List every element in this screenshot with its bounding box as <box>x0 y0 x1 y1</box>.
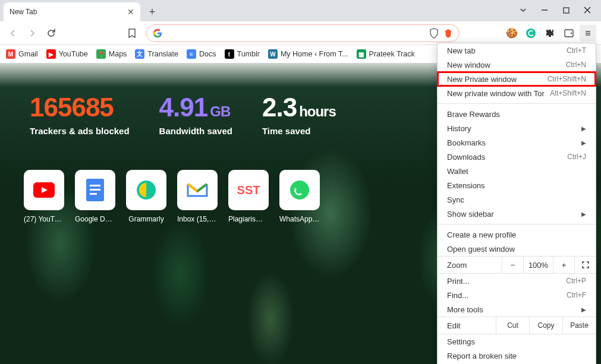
reload-button[interactable] <box>43 25 59 42</box>
bookmark-favicon: 文 <box>135 49 144 59</box>
top-site-tile[interactable]: SSTPlagiarism ... <box>228 170 269 223</box>
paste-button[interactable]: Paste <box>562 317 596 334</box>
cut-button[interactable]: Cut <box>496 317 529 334</box>
bookmark-favicon: W <box>268 49 278 59</box>
menu-new-window[interactable]: New windowCtrl+N <box>438 58 596 72</box>
menu-wallet[interactable]: Wallet <box>438 164 596 178</box>
top-site-tile[interactable]: WhatsApp ... <box>279 170 320 223</box>
bookmark-label: Gmail <box>18 50 38 58</box>
bookmark-item[interactable]: ▦Prateek Track <box>357 49 415 59</box>
tile-label: WhatsApp ... <box>279 215 320 223</box>
back-button[interactable] <box>5 25 21 42</box>
window-controls <box>509 0 601 20</box>
menu-history[interactable]: History▶ <box>438 121 596 135</box>
bookmark-item[interactable]: tTumblr <box>225 49 260 59</box>
menu-new-private-window[interactable]: New Private windowCtrl+Shift+N <box>438 72 596 86</box>
menu-separator <box>438 103 596 104</box>
menu-separator <box>438 224 596 224</box>
bookmark-item[interactable]: ▶YouTube <box>46 49 88 59</box>
top-site-tile[interactable]: Google Docs <box>75 170 115 223</box>
stat-time-label: Time saved <box>262 126 336 136</box>
brave-shields-icon[interactable] <box>429 28 439 39</box>
maximize-button[interactable] <box>561 5 571 15</box>
menu-more-tools[interactable]: More tools▶ <box>438 302 596 316</box>
bookmark-favicon: t <box>225 49 234 59</box>
svg-rect-12 <box>90 193 97 195</box>
tile-label: Google Docs <box>75 215 115 223</box>
stat-time-value: 2.3hours <box>262 93 336 122</box>
chevron-down-icon[interactable] <box>518 5 528 15</box>
stat-trackers-value: 165685 <box>30 93 130 122</box>
bookmark-item[interactable]: 文Translate <box>135 49 178 59</box>
svg-point-2 <box>526 29 536 38</box>
menu-extensions[interactable]: Extensions <box>438 178 596 192</box>
extensions-puzzle-icon[interactable] <box>542 25 558 42</box>
window-titlebar: New Tab ✕ + <box>0 0 601 21</box>
tile-label: Inbox (15,666) <box>177 215 218 223</box>
tile-label: Grammarly <box>126 215 166 223</box>
zoom-label: Zoom <box>438 261 502 270</box>
close-tab-icon[interactable]: ✕ <box>127 7 134 17</box>
minimize-button[interactable] <box>539 5 550 15</box>
tiles-row: (27) YouTubeGoogle DocsGrammarlyInbox (1… <box>24 170 320 223</box>
cookie-extension-icon[interactable]: 🍪 <box>504 25 520 42</box>
address-bar[interactable] <box>146 24 460 42</box>
bookmark-favicon: ▶ <box>46 49 56 59</box>
stat-bandwidth-label: Bandwidth saved <box>159 126 232 136</box>
stat-trackers: 165685 Trackers & ads blocked <box>30 93 130 136</box>
menu-zoom-row: Zoom − 100% + <box>438 256 596 274</box>
svg-rect-1 <box>564 8 569 13</box>
bookmark-label: Tumblr <box>237 50 260 58</box>
menu-downloads[interactable]: DownloadsCtrl+J <box>438 150 596 164</box>
menu-show-sidebar[interactable]: Show sidebar▶ <box>438 207 596 221</box>
bookmark-label: Docs <box>199 50 216 58</box>
copy-button[interactable]: Copy <box>529 317 562 334</box>
zoom-in-button[interactable]: + <box>553 257 574 273</box>
wallet-icon[interactable] <box>561 25 577 42</box>
chevron-right-icon: ▶ <box>581 211 586 217</box>
menu-guest-window[interactable]: Open guest window <box>438 242 596 256</box>
bookmark-item[interactable]: MGmail <box>6 49 38 59</box>
edit-label: Edit <box>438 321 496 330</box>
browser-toolbar: 🍪 <box>0 21 601 45</box>
grammarly-extension-icon[interactable] <box>523 25 539 42</box>
tile-icon <box>24 170 64 210</box>
top-site-tile[interactable]: (27) YouTube <box>24 170 64 223</box>
menu-new-tab[interactable]: New tabCtrl+T <box>438 43 596 58</box>
bookmark-favicon: ≡ <box>187 49 196 59</box>
bookmark-item[interactable]: WMy Home ‹ From T... <box>268 49 348 59</box>
fullscreen-button[interactable] <box>574 257 596 273</box>
tab-title: New Tab <box>10 8 37 16</box>
menu-find[interactable]: Find...Ctrl+F <box>438 288 596 302</box>
zoom-out-button[interactable]: − <box>502 257 523 273</box>
new-tab-button[interactable]: + <box>144 4 161 20</box>
menu-bookmarks[interactable]: Bookmarks▶ <box>438 135 596 150</box>
close-window-button[interactable] <box>582 5 593 15</box>
menu-print[interactable]: Print...Ctrl+P <box>438 274 596 288</box>
url-input[interactable] <box>167 29 424 37</box>
menu-brave-rewards[interactable]: Brave Rewards <box>438 107 596 121</box>
chevron-right-icon: ▶ <box>581 125 586 132</box>
chevron-right-icon: ▶ <box>581 140 586 146</box>
menu-create-profile[interactable]: Create a new profile <box>438 227 596 242</box>
menu-report-site[interactable]: Report a broken site <box>438 349 596 363</box>
menu-edit-row: Edit Cut Copy Paste <box>438 316 596 334</box>
menu-new-tor-window[interactable]: New private window with TorAlt+Shift+N <box>438 86 596 100</box>
svg-point-14 <box>290 181 309 200</box>
forward-button[interactable] <box>24 25 40 42</box>
top-site-tile[interactable]: Grammarly <box>126 170 166 223</box>
menu-settings[interactable]: Settings <box>438 334 596 349</box>
tile-icon <box>279 170 320 210</box>
browser-tab[interactable]: New Tab ✕ <box>4 2 140 21</box>
stat-trackers-label: Trackers & ads blocked <box>30 126 130 136</box>
stat-bandwidth: 4.91GB Bandwidth saved <box>159 93 232 136</box>
bookmark-item[interactable]: ≡Docs <box>187 49 216 59</box>
chevron-right-icon: ▶ <box>581 306 586 313</box>
tile-label: (27) YouTube <box>24 215 64 223</box>
brave-logo-icon[interactable] <box>443 28 453 39</box>
app-menu-button[interactable] <box>580 25 596 42</box>
top-site-tile[interactable]: Inbox (15,666) <box>177 170 218 223</box>
bookmark-icon[interactable] <box>124 25 140 42</box>
menu-sync[interactable]: Sync <box>438 192 596 207</box>
bookmark-item[interactable]: 📍Maps <box>96 49 127 59</box>
